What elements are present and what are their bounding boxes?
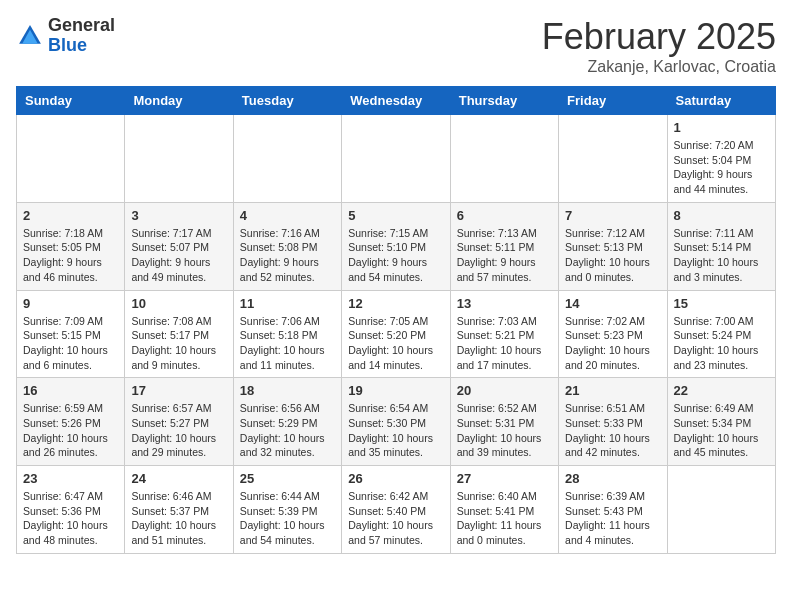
calendar-cell: 5Sunrise: 7:15 AM Sunset: 5:10 PM Daylig…	[342, 202, 450, 290]
day-number: 4	[240, 208, 335, 223]
calendar-cell: 22Sunrise: 6:49 AM Sunset: 5:34 PM Dayli…	[667, 378, 775, 466]
day-info: Sunrise: 7:02 AM Sunset: 5:23 PM Dayligh…	[565, 314, 660, 373]
day-number: 11	[240, 296, 335, 311]
calendar-week-row: 1Sunrise: 7:20 AM Sunset: 5:04 PM Daylig…	[17, 115, 776, 203]
day-info: Sunrise: 6:44 AM Sunset: 5:39 PM Dayligh…	[240, 489, 335, 548]
calendar-cell: 18Sunrise: 6:56 AM Sunset: 5:29 PM Dayli…	[233, 378, 341, 466]
day-number: 15	[674, 296, 769, 311]
calendar-cell: 3Sunrise: 7:17 AM Sunset: 5:07 PM Daylig…	[125, 202, 233, 290]
logo-text: General Blue	[48, 16, 115, 56]
calendar-cell: 17Sunrise: 6:57 AM Sunset: 5:27 PM Dayli…	[125, 378, 233, 466]
calendar-cell: 19Sunrise: 6:54 AM Sunset: 5:30 PM Dayli…	[342, 378, 450, 466]
calendar-cell	[559, 115, 667, 203]
day-number: 14	[565, 296, 660, 311]
calendar-cell: 1Sunrise: 7:20 AM Sunset: 5:04 PM Daylig…	[667, 115, 775, 203]
calendar-cell: 11Sunrise: 7:06 AM Sunset: 5:18 PM Dayli…	[233, 290, 341, 378]
title-block: February 2025 Zakanje, Karlovac, Croatia	[542, 16, 776, 76]
day-number: 6	[457, 208, 552, 223]
day-info: Sunrise: 7:00 AM Sunset: 5:24 PM Dayligh…	[674, 314, 769, 373]
month-title: February 2025	[542, 16, 776, 58]
day-number: 20	[457, 383, 552, 398]
day-info: Sunrise: 6:59 AM Sunset: 5:26 PM Dayligh…	[23, 401, 118, 460]
calendar-cell: 14Sunrise: 7:02 AM Sunset: 5:23 PM Dayli…	[559, 290, 667, 378]
calendar-cell: 28Sunrise: 6:39 AM Sunset: 5:43 PM Dayli…	[559, 466, 667, 554]
day-info: Sunrise: 6:57 AM Sunset: 5:27 PM Dayligh…	[131, 401, 226, 460]
day-number: 22	[674, 383, 769, 398]
calendar-cell: 13Sunrise: 7:03 AM Sunset: 5:21 PM Dayli…	[450, 290, 558, 378]
calendar-cell	[667, 466, 775, 554]
day-info: Sunrise: 6:40 AM Sunset: 5:41 PM Dayligh…	[457, 489, 552, 548]
calendar-cell: 8Sunrise: 7:11 AM Sunset: 5:14 PM Daylig…	[667, 202, 775, 290]
calendar-cell: 23Sunrise: 6:47 AM Sunset: 5:36 PM Dayli…	[17, 466, 125, 554]
day-info: Sunrise: 7:08 AM Sunset: 5:17 PM Dayligh…	[131, 314, 226, 373]
calendar-cell: 26Sunrise: 6:42 AM Sunset: 5:40 PM Dayli…	[342, 466, 450, 554]
day-info: Sunrise: 6:51 AM Sunset: 5:33 PM Dayligh…	[565, 401, 660, 460]
day-info: Sunrise: 7:12 AM Sunset: 5:13 PM Dayligh…	[565, 226, 660, 285]
day-info: Sunrise: 7:05 AM Sunset: 5:20 PM Dayligh…	[348, 314, 443, 373]
day-number: 25	[240, 471, 335, 486]
logo-general-text: General	[48, 15, 115, 35]
calendar-cell: 10Sunrise: 7:08 AM Sunset: 5:17 PM Dayli…	[125, 290, 233, 378]
day-number: 28	[565, 471, 660, 486]
day-info: Sunrise: 7:03 AM Sunset: 5:21 PM Dayligh…	[457, 314, 552, 373]
day-info: Sunrise: 6:42 AM Sunset: 5:40 PM Dayligh…	[348, 489, 443, 548]
day-number: 3	[131, 208, 226, 223]
calendar-week-row: 16Sunrise: 6:59 AM Sunset: 5:26 PM Dayli…	[17, 378, 776, 466]
day-number: 12	[348, 296, 443, 311]
calendar-cell: 24Sunrise: 6:46 AM Sunset: 5:37 PM Dayli…	[125, 466, 233, 554]
calendar-week-row: 23Sunrise: 6:47 AM Sunset: 5:36 PM Dayli…	[17, 466, 776, 554]
calendar-cell: 16Sunrise: 6:59 AM Sunset: 5:26 PM Dayli…	[17, 378, 125, 466]
day-number: 1	[674, 120, 769, 135]
day-number: 26	[348, 471, 443, 486]
weekday-header-friday: Friday	[559, 87, 667, 115]
calendar-cell: 7Sunrise: 7:12 AM Sunset: 5:13 PM Daylig…	[559, 202, 667, 290]
weekday-header-tuesday: Tuesday	[233, 87, 341, 115]
day-info: Sunrise: 6:52 AM Sunset: 5:31 PM Dayligh…	[457, 401, 552, 460]
day-info: Sunrise: 7:18 AM Sunset: 5:05 PM Dayligh…	[23, 226, 118, 285]
day-info: Sunrise: 6:56 AM Sunset: 5:29 PM Dayligh…	[240, 401, 335, 460]
day-number: 7	[565, 208, 660, 223]
day-info: Sunrise: 7:09 AM Sunset: 5:15 PM Dayligh…	[23, 314, 118, 373]
day-number: 16	[23, 383, 118, 398]
day-info: Sunrise: 6:39 AM Sunset: 5:43 PM Dayligh…	[565, 489, 660, 548]
day-number: 9	[23, 296, 118, 311]
calendar-week-row: 2Sunrise: 7:18 AM Sunset: 5:05 PM Daylig…	[17, 202, 776, 290]
calendar-cell	[342, 115, 450, 203]
day-number: 8	[674, 208, 769, 223]
day-info: Sunrise: 7:11 AM Sunset: 5:14 PM Dayligh…	[674, 226, 769, 285]
calendar-table: SundayMondayTuesdayWednesdayThursdayFrid…	[16, 86, 776, 554]
calendar-cell: 27Sunrise: 6:40 AM Sunset: 5:41 PM Dayli…	[450, 466, 558, 554]
weekday-header-wednesday: Wednesday	[342, 87, 450, 115]
day-info: Sunrise: 7:15 AM Sunset: 5:10 PM Dayligh…	[348, 226, 443, 285]
day-number: 17	[131, 383, 226, 398]
logo-blue-text: Blue	[48, 35, 87, 55]
location-title: Zakanje, Karlovac, Croatia	[542, 58, 776, 76]
calendar-cell: 9Sunrise: 7:09 AM Sunset: 5:15 PM Daylig…	[17, 290, 125, 378]
calendar-cell: 12Sunrise: 7:05 AM Sunset: 5:20 PM Dayli…	[342, 290, 450, 378]
weekday-header-sunday: Sunday	[17, 87, 125, 115]
day-number: 5	[348, 208, 443, 223]
calendar-cell	[233, 115, 341, 203]
calendar-cell	[125, 115, 233, 203]
calendar-cell	[450, 115, 558, 203]
day-info: Sunrise: 7:17 AM Sunset: 5:07 PM Dayligh…	[131, 226, 226, 285]
calendar-cell: 4Sunrise: 7:16 AM Sunset: 5:08 PM Daylig…	[233, 202, 341, 290]
day-number: 13	[457, 296, 552, 311]
logo-icon	[16, 22, 44, 50]
calendar-week-row: 9Sunrise: 7:09 AM Sunset: 5:15 PM Daylig…	[17, 290, 776, 378]
logo: General Blue	[16, 16, 115, 56]
day-number: 23	[23, 471, 118, 486]
day-number: 27	[457, 471, 552, 486]
page-header: General Blue February 2025 Zakanje, Karl…	[16, 16, 776, 76]
day-info: Sunrise: 7:13 AM Sunset: 5:11 PM Dayligh…	[457, 226, 552, 285]
day-number: 24	[131, 471, 226, 486]
calendar-cell: 20Sunrise: 6:52 AM Sunset: 5:31 PM Dayli…	[450, 378, 558, 466]
calendar-cell: 25Sunrise: 6:44 AM Sunset: 5:39 PM Dayli…	[233, 466, 341, 554]
calendar-header-row: SundayMondayTuesdayWednesdayThursdayFrid…	[17, 87, 776, 115]
day-info: Sunrise: 7:20 AM Sunset: 5:04 PM Dayligh…	[674, 138, 769, 197]
calendar-cell: 21Sunrise: 6:51 AM Sunset: 5:33 PM Dayli…	[559, 378, 667, 466]
weekday-header-saturday: Saturday	[667, 87, 775, 115]
day-info: Sunrise: 6:54 AM Sunset: 5:30 PM Dayligh…	[348, 401, 443, 460]
day-number: 10	[131, 296, 226, 311]
calendar-cell: 2Sunrise: 7:18 AM Sunset: 5:05 PM Daylig…	[17, 202, 125, 290]
